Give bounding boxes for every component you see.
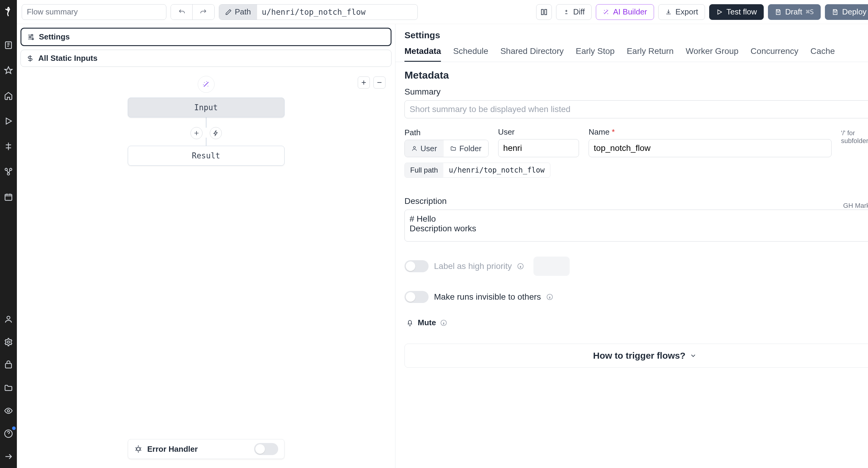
pencil-icon [225,9,232,15]
play-icon [716,9,723,15]
svg-point-13 [136,447,140,451]
sliders-icon [27,33,35,41]
seg-folder-button[interactable]: Folder [444,140,488,157]
tutorial-button[interactable] [536,4,552,20]
svg-rect-4 [5,194,12,200]
help-icon[interactable] [2,427,15,440]
app-logo[interactable] [0,4,17,21]
home-icon[interactable] [2,89,15,102]
metadata-heading: Metadata [404,69,868,81]
variables-icon[interactable] [2,140,15,153]
ai-builder-button[interactable]: AI Builder [596,4,654,20]
svg-point-6 [7,341,10,343]
bell-icon [406,319,413,327]
save-icon [832,9,838,15]
input-node[interactable]: Input [128,98,284,118]
info-icon[interactable] [440,320,447,326]
zoom-out-button[interactable]: − [373,76,385,89]
flow-graph[interactable]: + − Input Result Error Handler [21,70,392,464]
svg-point-14 [413,146,415,148]
wand-icon [603,9,610,15]
audit-icon[interactable] [2,404,15,417]
chevron-down-icon [689,352,697,359]
folders-icon[interactable] [2,381,15,395]
add-trigger-button[interactable] [210,127,222,139]
add-step-button[interactable] [190,127,203,139]
tab-early-stop[interactable]: Early Stop [576,46,615,62]
info-icon[interactable] [547,294,553,300]
tab-worker-group[interactable]: Worker Group [686,46,738,62]
settings-icon[interactable] [2,335,15,349]
tab-shared-directory[interactable]: Shared Directory [500,46,564,62]
result-node[interactable]: Result [128,146,284,166]
svg-point-5 [7,316,10,319]
tab-cache[interactable]: Cache [810,46,835,62]
tab-concurrency[interactable]: Concurrency [750,46,798,62]
test-flow-button[interactable]: Test flow [709,4,764,20]
howto-label: How to trigger flows? [593,350,686,361]
name-field-label: Name * [589,127,831,137]
priority-label: Label as high priority [434,261,512,271]
info-icon[interactable] [517,263,524,270]
settings-tabs: Metadata Schedule Shared Directory Early… [396,40,868,62]
path-display[interactable]: Path u/henri/top_notch_flow [219,4,418,20]
description-label: Description [404,196,447,206]
save-icon [775,9,781,15]
path-label: Path [235,7,251,16]
bug-icon [134,445,143,453]
summary-input[interactable] [404,100,868,119]
workspace-icon[interactable] [2,38,15,52]
export-button[interactable]: Export [658,4,705,20]
tab-early-return[interactable]: Early Return [627,46,674,62]
user-field-label: User [498,127,579,137]
flow-summary-input[interactable] [22,4,166,20]
svg-point-8 [7,409,10,412]
diff-button[interactable]: Diff [556,4,592,20]
resources-icon[interactable] [2,165,15,178]
priority-toggle[interactable] [404,260,429,272]
svg-point-3 [7,173,10,175]
schedules-icon[interactable] [2,190,15,204]
name-field[interactable] [589,139,831,157]
triggers-icon[interactable] [2,358,15,372]
redo-button[interactable] [193,4,214,20]
draft-button[interactable]: Draft⌘S [768,4,821,20]
invisible-label: Make runs invisible to others [434,292,541,302]
settings-pane: Settings Metadata Schedule Shared Direct… [396,24,868,468]
priority-color-swatch[interactable] [533,257,569,276]
users-icon[interactable] [2,312,15,326]
canvas-settings-row[interactable]: Settings [21,28,392,46]
tab-schedule[interactable]: Schedule [453,46,488,62]
path-value: u/henri/top_notch_flow [257,7,370,16]
app-sidebar [0,0,17,468]
deploy-button[interactable]: Deploy [825,4,868,20]
svg-point-11 [30,36,31,37]
user-icon [411,145,417,152]
svg-point-10 [31,34,33,36]
description-hint: GH Markdown [843,202,868,210]
favorites-icon[interactable] [2,64,15,77]
description-textarea[interactable]: # Hello Description works [404,210,868,241]
undo-button[interactable] [171,4,193,20]
error-handler-toggle[interactable] [254,443,278,455]
collapse-icon[interactable] [2,450,15,463]
download-icon [665,9,672,15]
seg-user-button[interactable]: User [405,140,444,157]
path-owner-segment: User Folder [404,140,489,157]
canvas-settings-label: Settings [39,32,70,41]
user-field[interactable] [498,139,579,157]
howto-trigger-expand[interactable]: How to trigger flows? [404,344,868,368]
invisible-toggle[interactable] [404,291,429,303]
magic-wand-icon[interactable] [198,76,215,93]
zoom-in-button[interactable]: + [358,76,370,89]
canvas-static-inputs-row[interactable]: All Static Inputs [21,50,392,67]
error-handler-card[interactable]: Error Handler [128,439,284,459]
mute-row[interactable]: Mute [404,318,449,327]
invisible-row: Make runs invisible to others [404,291,868,303]
tab-metadata[interactable]: Metadata [404,46,441,62]
canvas-static-inputs-label: All Static Inputs [38,54,97,63]
runs-icon[interactable] [2,114,15,128]
topbar: Path u/henri/top_notch_flow Diff AI Buil… [17,0,868,24]
dollar-icon [26,55,34,62]
name-hint: '/' for subfolders [841,127,868,145]
